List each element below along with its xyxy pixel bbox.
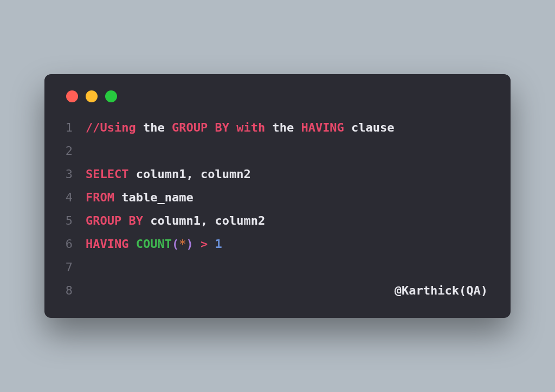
line-number: 2 (63, 140, 86, 163)
code-content: @Karthick(QA) (86, 279, 492, 303)
code-line: 2 (63, 140, 492, 163)
line-number: 5 (63, 210, 86, 233)
code-line: 3 SELECT column1, column2 (63, 163, 492, 186)
code-line: 5 GROUP BY column1, column2 (63, 210, 492, 233)
code-content: HAVING COUNT(*) > 1 (86, 233, 222, 256)
line-number: 6 (63, 233, 86, 256)
line-number: 1 (63, 116, 86, 140)
code-content: //Using the GROUP BY with the HAVING cla… (86, 116, 395, 140)
line-number: 7 (63, 256, 86, 279)
traffic-lights (66, 90, 492, 102)
line-number: 3 (63, 163, 86, 186)
line-number: 8 (63, 279, 86, 303)
author-signature: @Karthick(QA) (395, 284, 488, 297)
code-window: 1 //Using the GROUP BY with the HAVING c… (44, 74, 511, 317)
maximize-icon[interactable] (105, 90, 117, 102)
code-line: 1 //Using the GROUP BY with the HAVING c… (63, 116, 492, 140)
code-content: FROM table_name (86, 186, 193, 210)
code-line: 4 FROM table_name (63, 186, 492, 210)
code-line: 6 HAVING COUNT(*) > 1 (63, 233, 492, 256)
code-line: 7 (63, 256, 492, 279)
code-content: GROUP BY column1, column2 (86, 210, 265, 233)
close-icon[interactable] (66, 90, 78, 102)
code-line: 8 @Karthick(QA) (63, 279, 492, 303)
minimize-icon[interactable] (86, 90, 98, 102)
code-editor: 1 //Using the GROUP BY with the HAVING c… (63, 116, 492, 302)
line-number: 4 (63, 186, 86, 210)
code-content: SELECT column1, column2 (86, 163, 251, 186)
